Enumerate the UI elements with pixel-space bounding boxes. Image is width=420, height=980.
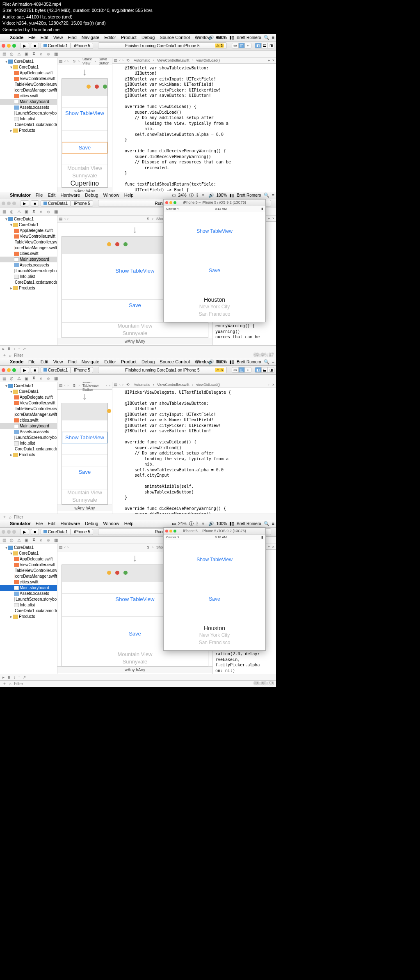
stop-button[interactable]: ■ — [31, 43, 39, 49]
workspace: ▾CoreData1 ▾CoreData1 AppDelegate.swift … — [0, 58, 276, 192]
nav-file[interactable]: cities.swift — [0, 93, 57, 99]
menu-icon[interactable]: ≡ — [272, 35, 274, 40]
nav-file-selected[interactable]: Main.storyboard — [0, 99, 57, 105]
warning-badge[interactable]: ⚠ 3 — [215, 44, 224, 48]
picker-row[interactable]: New York City — [164, 304, 265, 311]
debug-bar[interactable]: ▸⏸↓↑↗ — [0, 345, 276, 352]
filter-bar[interactable]: ＋⌕ — [0, 352, 276, 358]
picker-row[interactable]: San Francisco — [164, 311, 265, 319]
code-editor[interactable]: @IBOutlet var showTableviewButton: UIBut… — [112, 64, 276, 192]
picker-row[interactable]: Mountain View — [62, 165, 107, 172]
panel-4-simulator: Simulator FileEditHardwareDebugWindowHel… — [0, 520, 276, 687]
project-navigator[interactable]: ▾CoreData1 ▾CoreData1 AppDelegate.swift … — [0, 58, 57, 192]
size-class-bar[interactable]: wAny hAny — [57, 188, 112, 192]
sim-show-tableview[interactable]: Show TableView — [164, 226, 265, 236]
zoom-pct: 24% — [178, 193, 187, 197]
scheme-selector[interactable]: CoreData1 iPhone 5 — [41, 43, 93, 49]
timestamp: 00:04:17 — [254, 353, 274, 357]
menubar[interactable]: Simulator File Edit Hardware Debug Windo… — [0, 192, 276, 199]
menubar-right: ᛒ ᯤ 🔊 100% ▮▯ Brett Romero 🔍 ≡ — [196, 35, 274, 40]
menu-debug[interactable]: Debug — [82, 193, 100, 197]
app-name[interactable]: Xcode — [7, 35, 26, 40]
nav-file[interactable]: ViewController.swift — [0, 76, 57, 82]
storyboard-canvas[interactable]: ▤‹› S› Stack View› Save Button ‹› ↓ Show… — [57, 58, 112, 192]
file-info: File: Animation-4894352.mp4 Size: 443927… — [0, 0, 420, 34]
nav-file-active[interactable]: Main.storyboard — [0, 585, 57, 591]
nav-group[interactable]: ▾CoreData1 — [0, 64, 57, 70]
simulator-window[interactable]: iPhone 5 – iPhone 5 / iOS 9.2 (13C75) Ca… — [163, 199, 266, 322]
menu-help[interactable]: Help — [122, 193, 136, 197]
battery-icon: ▮▯ — [229, 35, 234, 40]
scene-view[interactable]: Show TableView Save Mountain View Sunnyv… — [62, 78, 108, 188]
filter-input[interactable] — [14, 353, 274, 358]
timestamp: 00:08:33 — [254, 681, 274, 686]
panel-2-simulator: Simulator File Edit Hardware Debug Windo… — [0, 192, 276, 358]
app-name[interactable]: Simulator — [7, 193, 33, 197]
menu-edit[interactable]: Edit — [38, 35, 51, 40]
menu-view[interactable]: View — [51, 35, 66, 40]
sim-save[interactable]: Save — [164, 594, 265, 604]
battery-icon: ▮ — [261, 207, 263, 211]
menu-hardware[interactable]: Hardware — [58, 193, 82, 197]
display-icon[interactable]: ▭ — [172, 193, 176, 198]
nav-file[interactable]: LaunchScreen.storyboard — [0, 110, 57, 116]
battery-pct: 100% — [217, 35, 227, 40]
show-tableview-button[interactable]: Show TableView — [62, 432, 107, 443]
menu-find[interactable]: Find — [65, 35, 79, 40]
stop-button[interactable]: ■ — [31, 200, 39, 207]
picker-selected[interactable]: Houston — [164, 296, 265, 304]
bluetooth-icon[interactable]: ᛒ — [196, 35, 199, 40]
simulator-window[interactable]: iPhone 5 – iPhone 5 / iOS 9.2 (13C75) Ca… — [163, 528, 266, 651]
wifi-icon[interactable]: ᯤ — [201, 35, 206, 40]
panel-1-xcode: Xcode File Edit View Find Navigate Edito… — [0, 34, 276, 192]
nav-root[interactable]: ▾CoreData1 — [0, 59, 57, 64]
nav-file[interactable]: TableViewController.swift — [0, 82, 57, 87]
menu-editor[interactable]: Editor — [102, 35, 119, 40]
xcode-toolbar: ▶ ■ CoreData1 iPhone 5 Finished running … — [0, 41, 276, 50]
menu-navigate[interactable]: Navigate — [79, 35, 102, 40]
menubar[interactable]: Xcode File Edit View Find Navigate Edito… — [0, 34, 276, 41]
sim-save[interactable]: Save — [164, 265, 265, 276]
project-nav-icon[interactable]: ▤ — [2, 52, 7, 56]
navigator-selector[interactable]: ▤ ◎⚠▣⧗⎌⎋▦ — [0, 50, 276, 58]
nav-products[interactable]: ▸Products — [0, 128, 57, 133]
nav-file[interactable]: coreDataManager.swift — [0, 87, 57, 93]
jump-bar-left[interactable]: ▤‹› S› Stack View› Save Button ‹› — [57, 58, 112, 65]
pane-toggles[interactable]: ◧⬓◨ — [255, 43, 274, 48]
menu-source-control[interactable]: Source Control — [157, 35, 192, 40]
editor-mode[interactable]: ▭◫↔ — [232, 43, 251, 48]
menu-window[interactable]: Window — [101, 193, 122, 197]
show-tableview-button[interactable]: Show TableView — [62, 108, 107, 119]
menu-product[interactable]: Product — [119, 35, 139, 40]
nav-file[interactable]: AppDelegate.swift — [0, 70, 57, 76]
save-button[interactable]: Save — [62, 142, 107, 154]
window-controls[interactable] — [2, 44, 16, 48]
panel-3-xcode: Xcode FileEditViewFindNavigateEditorProd… — [0, 358, 276, 520]
nav-file[interactable]: CoreData1.xcdatamodeld — [0, 122, 57, 128]
volume-icon[interactable]: 🔊 — [208, 35, 214, 40]
nav-file[interactable]: Info.plist — [0, 116, 57, 122]
menu-debug[interactable]: Debug — [139, 35, 157, 40]
jump-bar-right[interactable]: ▤‹› ⟲Automatic› ViewController.swift› vi… — [112, 58, 276, 64]
picker-row-selected[interactable]: Cupertino — [62, 180, 107, 187]
run-button[interactable]: ▶ — [20, 43, 29, 49]
assistant-editor: ▤‹› ⟲Automatic› ViewController.swift› vi… — [112, 58, 276, 192]
save-button[interactable]: Save — [62, 466, 107, 478]
user-name[interactable]: Brett Romero — [237, 35, 261, 40]
code-editor[interactable]: UIPickerViewDelegate, UITextFieldDelegat… — [112, 388, 276, 514]
spotlight-icon[interactable]: 🔍 — [264, 35, 269, 40]
menu-edit[interactable]: Edit — [45, 193, 58, 197]
menu-file[interactable]: File — [26, 35, 38, 40]
menu-file[interactable]: File — [33, 193, 46, 197]
activity-status: Finished running CoreData1 on iPhone 5 ⚠… — [98, 42, 227, 49]
nav-file[interactable]: Assets.xcassets — [0, 105, 57, 110]
picker-row[interactable]: Sunnyvale — [62, 172, 107, 180]
segue-arrow-icon: ↓ — [62, 66, 108, 78]
sim-show-tableview[interactable]: Show TableView — [164, 554, 265, 565]
project-navigator[interactable]: ▾CoreData1 ▾CoreData1 AppDelegate.swift … — [0, 216, 57, 345]
run-button[interactable]: ▶ — [20, 200, 29, 207]
